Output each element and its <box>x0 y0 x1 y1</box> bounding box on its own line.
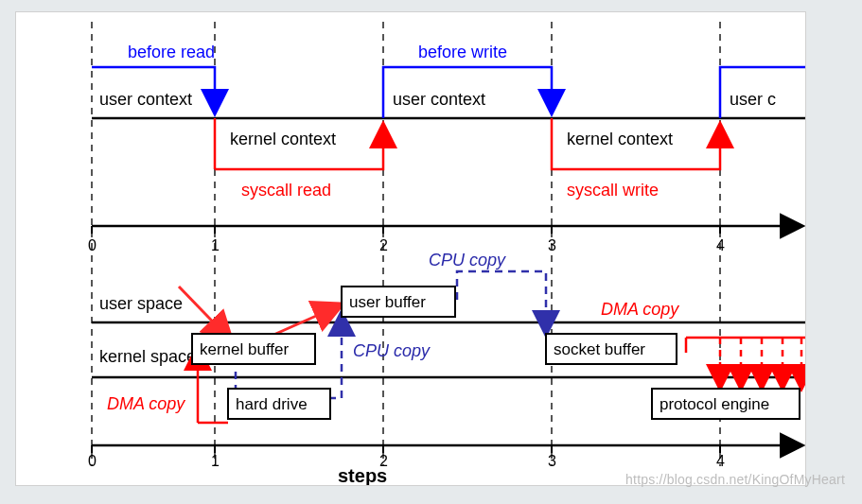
label-syscall-read: syscall read <box>241 181 331 200</box>
label-cpu-copy-top: CPU copy <box>429 251 506 269</box>
step-gridlines <box>92 22 720 466</box>
text-user-buffer: user buffer <box>349 293 426 311</box>
box-protocol-engine: protocol engine <box>652 389 800 419</box>
label-user-context-2: user context <box>393 90 485 109</box>
box-socket-buffer: socket buffer <box>546 334 677 364</box>
label-kernel-space: kernel space <box>99 347 196 366</box>
text-hard-drive: hard drive <box>236 395 308 413</box>
top-tick-2: 2 <box>379 237 388 253</box>
diagram-frame: 0 1 2 3 4 before read before write user … <box>15 11 806 486</box>
label-user-context-3: user c <box>730 90 776 109</box>
annotation-arrow-1 <box>179 287 230 339</box>
top-tick-4: 4 <box>716 237 725 253</box>
text-kernel-buffer: kernel buffer <box>200 340 290 358</box>
bottom-tick-1: 1 <box>211 453 220 469</box>
label-kernel-context-1: kernel context <box>230 130 336 148</box>
label-steps: steps <box>338 465 387 485</box>
text-socket-buffer: socket buffer <box>554 340 645 358</box>
diagram-svg: 0 1 2 3 4 before read before write user … <box>16 12 805 485</box>
cpu-copy-ub-sb <box>457 271 546 334</box>
label-user-context-1: user context <box>99 90 192 109</box>
bottom-tick-4: 4 <box>716 453 725 469</box>
label-before-write: before write <box>418 43 507 61</box>
label-dma-copy-left: DMA copy <box>107 394 185 413</box>
box-hard-drive: hard drive <box>228 389 330 419</box>
label-cpu-copy-right: CPU copy <box>353 341 431 360</box>
label-kernel-context-2: kernel context <box>567 130 673 148</box>
top-tick-0: 0 <box>88 237 97 253</box>
text-protocol-engine: protocol engine <box>660 395 769 413</box>
label-syscall-write: syscall write <box>567 181 659 200</box>
bottom-tick-0: 0 <box>88 453 97 469</box>
box-user-buffer: user buffer <box>342 287 455 317</box>
label-before-read: before read <box>128 43 215 61</box>
dma-right-down-arrows <box>720 338 801 388</box>
top-tick-3: 3 <box>548 237 556 253</box>
label-user-space: user space <box>99 294 183 313</box>
watermark: https://blog.csdn.net/KingOfMyHeart <box>625 472 845 487</box>
top-tick-1: 1 <box>211 237 220 253</box>
label-dma-copy-right: DMA copy <box>601 300 679 319</box>
box-kernel-buffer: kernel buffer <box>192 334 315 364</box>
bottom-tick-3: 3 <box>548 453 556 469</box>
